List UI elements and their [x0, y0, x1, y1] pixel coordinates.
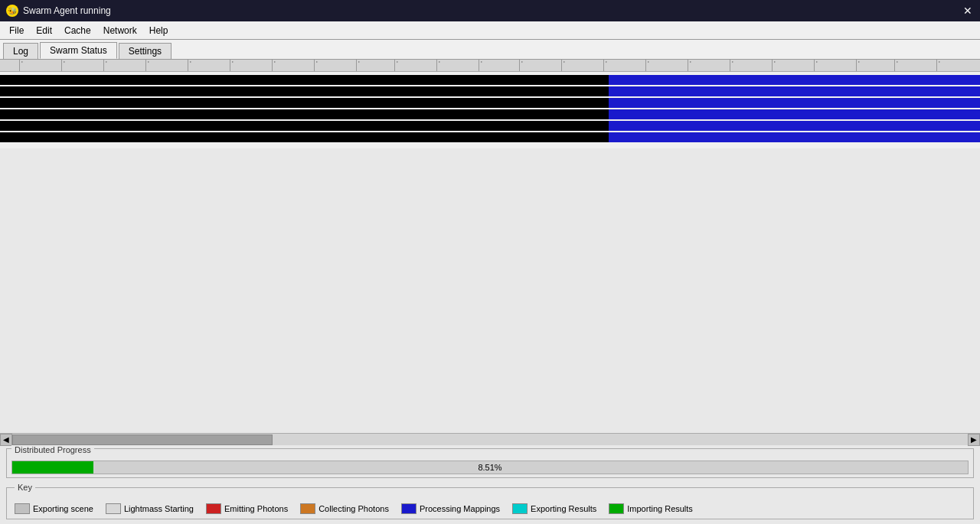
menu-edit[interactable]: Edit: [30, 24, 58, 37]
ruler-tick: ': [103, 60, 107, 71]
key-color-processing-mappings: [401, 503, 416, 514]
ruler-tick: ': [936, 60, 940, 71]
key-color-exporting-results: [512, 503, 528, 514]
key-label-exporting-results: Exporting Results: [531, 504, 596, 513]
scroll-track[interactable]: [12, 434, 968, 445]
ruler-tick: ': [519, 60, 523, 71]
gantt-row-black: [0, 109, 609, 119]
menu-network[interactable]: Network: [97, 24, 143, 37]
key-label-lightmass-starting: Lightmass Starting: [124, 504, 194, 513]
scroll-thumb[interactable]: [12, 434, 273, 445]
gantt-row-black: [0, 75, 609, 85]
tabbar: Log Swarm Status Settings: [0, 40, 980, 60]
ruler-tick: ': [814, 60, 818, 71]
gantt-row-blue: [609, 98, 980, 108]
tab-log[interactable]: Log: [3, 43, 38, 59]
gantt-row-black: [0, 98, 609, 108]
key-item-emitting-photons: Emitting Photons: [206, 503, 288, 514]
ruler-tick: ': [894, 60, 898, 71]
key-group-label: Key: [15, 483, 35, 492]
horizontal-scrollbar[interactable]: ◀ ▶: [0, 433, 980, 445]
app-icon: 🐝: [6, 5, 18, 17]
key-item-processing-mappings: Processing Mappings: [401, 503, 500, 514]
main-content: ' ' ' ' ' ' ' ' ' ' ' ' ' ' ' ' ' ' ' ' …: [0, 60, 980, 524]
progress-bar-container: 8.51%: [11, 461, 969, 474]
key-color-collecting-photons: [300, 503, 315, 514]
gantt-row-blue: [609, 75, 980, 85]
ruler-tick: ': [730, 60, 733, 71]
key-label-exporting-scene: Exporting scene: [33, 504, 93, 513]
ruler-tick: ': [272, 60, 276, 71]
ruler-tick: ': [561, 60, 565, 71]
ruler-tick: ': [772, 60, 776, 71]
key-item-lightmass-starting: Lightmass Starting: [106, 503, 194, 514]
ruler-tick: ': [479, 60, 482, 71]
key-label-processing-mappings: Processing Mappings: [420, 504, 500, 513]
key-item-exporting-scene: Exporting scene: [15, 503, 93, 514]
progress-section: Distributed Progress 8.51%: [0, 445, 980, 484]
scroll-right-arrow[interactable]: ▶: [968, 434, 980, 446]
gantt-row-black: [0, 121, 609, 131]
key-color-importing-results: [609, 503, 624, 514]
gantt-row-blue: [609, 132, 980, 142]
progress-label: 8.51%: [478, 463, 501, 472]
titlebar: 🐝 Swarm Agent running ✕: [0, 0, 980, 21]
key-item-importing-results: Importing Results: [609, 503, 693, 514]
menu-file[interactable]: File: [3, 24, 30, 37]
ruler-tick: ': [356, 60, 360, 71]
ruler-tick: ': [19, 60, 23, 71]
gantt-row-black: [0, 132, 609, 142]
ruler-tick: ': [645, 60, 649, 71]
window-title: Swarm Agent running: [23, 5, 957, 16]
progress-bar-fill: [12, 461, 93, 474]
ruler-tick: ': [188, 60, 191, 71]
scroll-left-arrow[interactable]: ◀: [0, 434, 12, 446]
tab-settings[interactable]: Settings: [119, 43, 172, 59]
gantt-row-blue: [609, 121, 980, 131]
key-color-lightmass-starting: [106, 503, 121, 514]
ruler-tick: ': [856, 60, 860, 71]
ruler-tick: ': [688, 60, 691, 71]
key-label-emitting-photons: Emitting Photons: [224, 504, 288, 513]
ruler-tick: ': [436, 60, 440, 71]
menubar: File Edit Cache Network Help: [0, 21, 980, 40]
tab-swarm-status[interactable]: Swarm Status: [40, 42, 117, 59]
key-item-exporting-results: Exporting Results: [512, 503, 596, 514]
ruler-tick: ': [230, 60, 234, 71]
key-items: Exporting scene Lightmass Starting Emitt…: [15, 503, 965, 514]
key-color-emitting-photons: [206, 503, 221, 514]
key-group: Key Exporting scene Lightmass Starting E…: [6, 487, 974, 519]
menu-help[interactable]: Help: [143, 24, 175, 37]
gantt-row-blue: [609, 86, 980, 96]
timeline-ruler: ' ' ' ' ' ' ' ' ' ' ' ' ' ' ' ' ' ' ' ' …: [0, 60, 980, 72]
close-button[interactable]: ✕: [962, 5, 974, 17]
distributed-progress-group: Distributed Progress 8.51%: [6, 448, 974, 478]
ruler-tick: ': [314, 60, 318, 71]
key-label-importing-results: Importing Results: [627, 504, 693, 513]
progress-group-label: Distributed Progress: [11, 445, 94, 454]
gantt-chart: [0, 72, 980, 148]
key-label-collecting-photons: Collecting Photons: [318, 504, 389, 513]
ruler-tick: ': [145, 60, 149, 71]
key-item-collecting-photons: Collecting Photons: [300, 503, 389, 514]
ruler-tick: ': [603, 60, 607, 71]
gantt-row-blue: [609, 109, 980, 119]
key-color-exporting-scene: [15, 503, 30, 514]
empty-canvas: [0, 148, 980, 433]
gantt-row-black: [0, 86, 609, 96]
ruler-tick: ': [61, 60, 65, 71]
key-section: Key Exporting scene Lightmass Starting E…: [0, 484, 980, 524]
ruler-tick: ': [394, 60, 398, 71]
menu-cache[interactable]: Cache: [58, 24, 97, 37]
